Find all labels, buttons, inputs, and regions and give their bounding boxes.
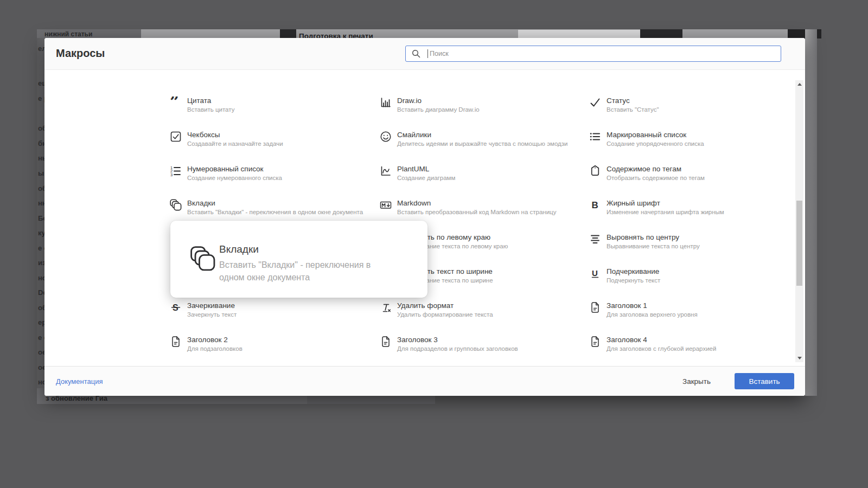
macro-item-description: Отобразить содержимое по тегам	[607, 174, 705, 182]
macro-item[interactable]: Заголовок 2Для подзаголовков	[170, 336, 242, 353]
macro-item[interactable]: ”ЦитатаВставить цитату	[170, 97, 234, 114]
dialog-header: Макросы	[44, 38, 805, 70]
macro-item-description: Создание диаграмм	[397, 174, 455, 182]
align-center-icon	[589, 233, 601, 245]
macro-item-title: Нумерованный список	[187, 165, 282, 174]
macro-item-title: Заголовок 4	[607, 336, 716, 344]
macro-item-description: Вставить "Вкладки" - переключения в одно…	[187, 208, 363, 216]
dialog-footer: Документация Закрыть Вставить	[44, 366, 805, 396]
macro-item-title: Подчеркивание	[607, 267, 660, 276]
macro-item[interactable]: Маркированный списокСоздание упорядоченн…	[589, 131, 704, 148]
macro-item-title: Чекбоксы	[187, 131, 283, 139]
svg-text:B: B	[592, 200, 598, 210]
background-text-fragment: ы	[38, 169, 44, 177]
numbered-list-icon: 123	[170, 165, 182, 177]
tooltip-popup: Вкладки Вставить "Вкладки" - переключени…	[170, 221, 427, 298]
macro-item-text: ЧекбоксыСоздавайте и назначайте задачи	[187, 131, 283, 148]
macro-item-text: Заголовок 1Для заголовка верхнего уровня	[607, 301, 698, 319]
macro-item[interactable]: Заголовок 1Для заголовка верхнего уровня	[589, 301, 698, 319]
macro-item-text: ЗачеркиваниеЗачеркнуть текст	[187, 301, 237, 319]
svg-text:”: ”	[170, 97, 179, 108]
macro-item[interactable]: UПодчеркиваниеПодчеркнуть текст	[589, 267, 660, 285]
plantuml-icon	[380, 165, 392, 177]
scrollbar[interactable]	[795, 80, 803, 362]
macro-item-text: Заголовок 3Для подразделов и групповых з…	[397, 336, 518, 353]
markdown-icon	[380, 199, 392, 211]
macro-item-title: Markdown	[397, 199, 556, 208]
macro-item-title: Вкладки	[187, 199, 363, 208]
smiley-icon	[380, 131, 392, 143]
macro-item-text: Содержимое по тегамОтобразить содержимое…	[607, 165, 705, 182]
bullet-list-icon	[589, 131, 601, 143]
scrollbar-down-arrow-icon[interactable]	[795, 354, 803, 362]
macro-item-title: Смайлики	[397, 131, 568, 139]
bold-icon: B	[589, 199, 601, 211]
svg-text:U: U	[592, 268, 598, 278]
macro-item[interactable]: Выровнять по центруВыравнивание текста п…	[589, 233, 700, 251]
dialog-title: Макросы	[56, 47, 105, 60]
macro-item-description: Зачеркнуть текст	[187, 311, 237, 319]
macro-item-description: Для подзаголовков	[187, 345, 242, 353]
search-box	[405, 46, 781, 62]
search-input[interactable]	[405, 46, 781, 62]
macro-item[interactable]: ВкладкиВставить "Вкладки" - переключения…	[170, 199, 363, 216]
macro-item-title: Статус	[607, 97, 659, 105]
macro-item-title: Содержимое по тегам	[607, 165, 705, 174]
macro-item-text: Заголовок 4Для заголовков с глубокой иер…	[607, 336, 716, 353]
macro-item-description: Создавайте и назначайте задачи	[187, 140, 283, 148]
macro-item-title: Заголовок 2	[187, 336, 242, 344]
macro-item[interactable]: SЗачеркиваниеЗачеркнуть текст	[170, 301, 237, 319]
macro-item[interactable]: BЖирный шрифтИзменение начертания шрифта…	[589, 199, 724, 216]
macro-item-title: Выровнять по центру	[607, 233, 700, 242]
search-icon	[412, 49, 420, 58]
macro-item-description: Выравнивание текста по центру	[607, 242, 700, 251]
macro-item[interactable]: Удалить форматУдалить форматирование тек…	[380, 301, 493, 319]
macro-item-title: PlantUML	[397, 165, 455, 174]
macro-item-title: Draw.io	[397, 97, 480, 105]
macro-item-text: Выровнять по центруВыравнивание текста п…	[607, 233, 700, 251]
macro-item[interactable]: Draw.ioВставить диаграмму Draw.io	[380, 97, 480, 114]
macro-item[interactable]: Содержимое по тегамОтобразить содержимое…	[589, 165, 705, 182]
background-page-topbar	[141, 29, 817, 38]
macro-item-text: Заголовок 2Для подзаголовков	[187, 336, 242, 353]
macro-item-title: Жирный шрифт	[607, 199, 724, 208]
background-page-card	[518, 30, 640, 38]
macro-item-description: Делитесь идеями и выражайте чувства с по…	[397, 140, 568, 148]
check-icon	[589, 97, 601, 108]
background-text-fragment: нижний статьи	[44, 30, 141, 38]
macro-item[interactable]: MarkdownВставить преобразованный код Mar…	[380, 199, 556, 216]
svg-text:3: 3	[170, 172, 173, 177]
macro-item[interactable]: СмайликиДелитесь идеями и выражайте чувс…	[380, 131, 568, 148]
macro-item[interactable]: Заголовок 4Для заголовков с глубокой иер…	[589, 336, 716, 353]
documentation-link[interactable]: Документация	[56, 377, 103, 386]
bar-chart-icon	[380, 97, 392, 108]
tooltip-description: Вставить "Вкладки" - переключения в одно…	[219, 259, 398, 284]
macro-item-description: Для заголовка верхнего уровня	[607, 311, 698, 319]
insert-button[interactable]: Вставить	[735, 373, 794, 389]
macro-item-title: Заголовок 1	[607, 301, 698, 310]
heading-doc-icon	[380, 336, 392, 348]
macro-item[interactable]: Заголовок 3Для подразделов и групповых з…	[380, 336, 518, 353]
close-button[interactable]: Закрыть	[679, 377, 714, 386]
macro-item-text: Draw.ioВставить диаграмму Draw.io	[397, 97, 480, 114]
macro-item-title: Маркированный список	[607, 131, 704, 139]
macro-item-title: Заголовок 3	[397, 336, 518, 344]
macro-item[interactable]: 123Нумерованный списокСоздание нумерован…	[170, 165, 282, 182]
macro-item-text: MarkdownВставить преобразованный код Mar…	[397, 199, 556, 216]
macro-item[interactable]: ЧекбоксыСоздавайте и назначайте задачи	[170, 131, 283, 148]
macro-item-title: Зачеркивание	[187, 301, 237, 310]
scrollbar-thumb[interactable]	[796, 201, 802, 286]
scrollbar-up-arrow-icon[interactable]	[795, 80, 803, 88]
macro-item-text: Маркированный списокСоздание упорядоченн…	[607, 131, 704, 148]
macro-item-title: Удалить формат	[397, 301, 493, 310]
macro-item-text: ВкладкиВставить "Вкладки" - переключения…	[187, 199, 363, 216]
heading-doc-icon	[170, 336, 182, 348]
heading-doc-icon	[589, 301, 601, 313]
macro-item[interactable]: СтатусВставить "Статус"	[589, 97, 659, 114]
macro-item[interactable]: PlantUMLСоздание диаграмм	[380, 165, 455, 182]
macro-item-description: Удалить форматирование текста	[397, 311, 493, 319]
macro-item-text: Жирный шрифтИзменение начертания шрифта …	[607, 199, 724, 216]
remove-format-icon	[380, 301, 392, 313]
macro-item-title: Цитата	[187, 97, 234, 105]
background-dark-block	[640, 29, 682, 38]
